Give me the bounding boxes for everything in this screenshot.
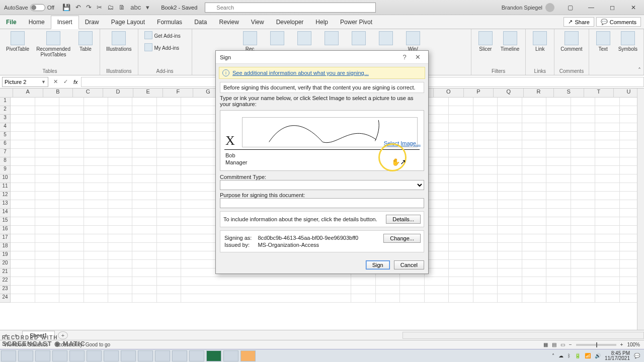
cell[interactable] — [571, 123, 595, 132]
cell[interactable] — [157, 268, 181, 277]
row-header[interactable]: 20 — [0, 260, 11, 268]
cell[interactable] — [449, 192, 473, 200]
cell[interactable] — [571, 209, 595, 217]
row-header[interactable]: 11 — [0, 183, 11, 192]
cell[interactable] — [473, 217, 498, 226]
cell[interactable] — [595, 251, 619, 260]
cell[interactable] — [11, 268, 35, 277]
cell[interactable] — [157, 286, 181, 294]
cell[interactable] — [571, 226, 595, 234]
cell[interactable] — [35, 192, 59, 200]
cell[interactable] — [473, 123, 498, 132]
cell[interactable] — [11, 234, 35, 243]
table-button[interactable]: Table — [75, 30, 96, 53]
cell[interactable] — [11, 192, 35, 200]
cell[interactable] — [132, 243, 156, 251]
cell[interactable] — [351, 286, 375, 294]
cell[interactable] — [449, 115, 473, 123]
user-account[interactable]: Brandon Spiegel — [497, 3, 559, 12]
cell[interactable] — [132, 286, 156, 294]
cell[interactable] — [449, 209, 473, 217]
tab-help[interactable]: Help — [309, 15, 334, 29]
cell[interactable] — [11, 98, 35, 106]
cell[interactable] — [35, 277, 59, 286]
cell[interactable] — [498, 106, 522, 115]
cell[interactable] — [108, 260, 132, 268]
cell[interactable] — [59, 140, 84, 149]
cell[interactable] — [449, 286, 473, 294]
cell[interactable] — [498, 217, 522, 226]
cell[interactable] — [522, 106, 546, 115]
cell[interactable] — [157, 277, 181, 286]
cell[interactable] — [473, 157, 498, 166]
qat-icon[interactable]: 🗂 — [107, 4, 114, 11]
cell[interactable] — [35, 149, 59, 157]
3dmap-button[interactable] — [349, 30, 369, 47]
cell[interactable] — [108, 123, 132, 132]
cell[interactable] — [84, 217, 108, 226]
cell[interactable] — [84, 140, 108, 149]
col-header[interactable]: S — [554, 88, 584, 97]
cell[interactable] — [11, 286, 35, 294]
cell[interactable] — [59, 106, 84, 115]
cell[interactable] — [595, 260, 619, 268]
qat-icon[interactable]: ✂ — [97, 4, 102, 11]
cell[interactable] — [595, 115, 619, 123]
tray-onedrive-icon[interactable]: ☁ — [558, 353, 564, 358]
cell[interactable] — [571, 251, 595, 260]
row-header[interactable]: 24 — [0, 294, 11, 303]
cell[interactable] — [108, 98, 132, 106]
cell[interactable] — [473, 174, 498, 183]
cell[interactable] — [59, 234, 84, 243]
cell[interactable] — [522, 226, 546, 234]
cell[interactable] — [35, 106, 59, 115]
zoom-level[interactable]: 100% — [627, 342, 640, 347]
cell[interactable] — [522, 98, 546, 106]
cell[interactable] — [84, 200, 108, 209]
cell[interactable] — [449, 140, 473, 149]
cell[interactable] — [132, 251, 156, 260]
cell[interactable] — [35, 140, 59, 149]
cell[interactable] — [595, 226, 619, 234]
cell[interactable] — [449, 166, 473, 174]
recommended-pivot-button[interactable]: Recommended PivotTables — [34, 30, 72, 58]
row-header[interactable]: 4 — [0, 123, 11, 132]
row-header[interactable]: 8 — [0, 157, 11, 166]
slicer-button[interactable]: Slicer — [475, 30, 496, 53]
row-header[interactable]: 1 — [0, 98, 11, 106]
cell[interactable] — [11, 260, 35, 268]
cancel-button[interactable]: Cancel — [394, 260, 424, 269]
view-normal-icon[interactable]: ▦ — [543, 342, 548, 347]
cell[interactable] — [84, 123, 108, 132]
cell[interactable] — [449, 200, 473, 209]
select-all-corner[interactable] — [0, 88, 13, 97]
cell[interactable] — [84, 132, 108, 140]
cell[interactable] — [11, 209, 35, 217]
cell[interactable] — [546, 243, 571, 251]
cell[interactable] — [449, 251, 473, 260]
taskbar-app[interactable] — [155, 350, 170, 361]
cell[interactable] — [473, 98, 498, 106]
row-header[interactable]: 3 — [0, 115, 11, 123]
illustrations-button[interactable]: Illustrations — [104, 30, 134, 53]
cell[interactable] — [11, 277, 35, 286]
cell[interactable] — [108, 226, 132, 234]
comment-button[interactable]: Comment — [558, 30, 584, 53]
cell[interactable] — [571, 157, 595, 166]
cell[interactable] — [546, 251, 571, 260]
cell[interactable] — [449, 183, 473, 192]
cell[interactable] — [522, 294, 546, 303]
cell[interactable] — [449, 106, 473, 115]
cell[interactable] — [522, 217, 546, 226]
collapse-ribbon-icon[interactable]: ˄ — [638, 67, 641, 74]
horizontal-scrollbar[interactable] — [403, 332, 644, 339]
row-header[interactable]: 12 — [0, 192, 11, 200]
cell[interactable] — [595, 132, 619, 140]
close-icon[interactable]: ✕ — [623, 0, 644, 15]
zoom-out-icon[interactable]: − — [569, 342, 572, 347]
row-header[interactable]: 13 — [0, 200, 11, 209]
tab-page-layout[interactable]: Page Layout — [105, 15, 151, 29]
row-header[interactable]: 16 — [0, 226, 11, 234]
taskbar-recorder[interactable] — [240, 350, 256, 361]
cell[interactable] — [35, 294, 59, 303]
